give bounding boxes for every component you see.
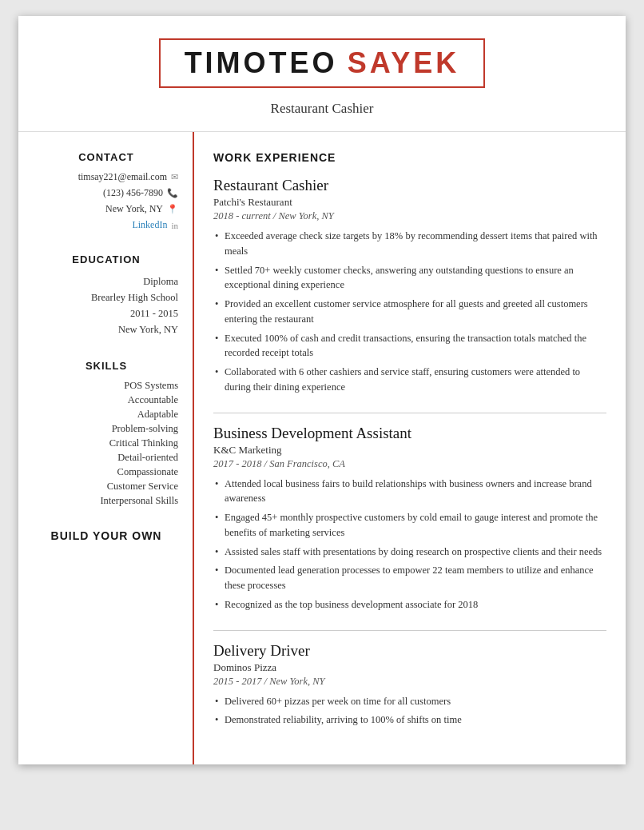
job-1-meta: 2018 - current / New York, NY xyxy=(213,210,606,222)
skills-heading: SKILLS xyxy=(34,360,178,372)
job-block-3: Delivery Driver Dominos Pizza 2015 - 201… xyxy=(213,642,606,728)
skill-item: Interpersonal Skills xyxy=(34,495,178,507)
skill-item: Problem-solving xyxy=(34,423,178,435)
bullet-item: Demonstrated reliability, arriving to 10… xyxy=(213,712,606,728)
job-3-meta: 2015 - 2017 / New York, NY xyxy=(213,676,606,688)
job-3-title: Delivery Driver xyxy=(213,642,606,660)
bullet-item: Recognized as the top business developme… xyxy=(213,597,606,613)
email-item: timsay221@email.com ✉ xyxy=(34,171,178,183)
job-block-2: Business Development Assistant K&C Marke… xyxy=(213,425,606,613)
bullet-item: Settled 70+ weekly customer checks, answ… xyxy=(213,263,606,293)
skills-section: SKILLS POS Systems Accountable Adaptable… xyxy=(34,360,178,507)
skill-item: Compassionate xyxy=(34,466,178,478)
school-name: Brearley High School xyxy=(34,289,178,305)
bullet-item: Collaborated with 6 other cashiers and s… xyxy=(213,365,606,395)
job-1-title: Restaurant Cashier xyxy=(213,177,606,194)
degree-label: Diploma xyxy=(34,273,178,289)
first-name: TIMOTEO xyxy=(185,46,338,79)
job-1-company: Patchi's Restaurant xyxy=(213,196,606,209)
linkedin-link[interactable]: LinkedIn xyxy=(132,219,167,231)
skill-item: Customer Service xyxy=(34,481,178,493)
email-icon: ✉ xyxy=(171,172,178,182)
education-details: Diploma Brearley High School 2011 - 2015… xyxy=(34,273,178,337)
body-section: CONTACT timsay221@email.com ✉ (123) 456-… xyxy=(18,131,626,764)
job-2-company: K&C Marketing xyxy=(213,444,606,457)
job-3-company: Dominos Pizza xyxy=(213,661,606,674)
header-section: TIMOTEO SAYEK Restaurant Cashier xyxy=(18,16,626,131)
bullet-item: Documented lead generation processes to … xyxy=(213,563,606,593)
sidebar: CONTACT timsay221@email.com ✉ (123) 456-… xyxy=(18,132,194,764)
linkedin-icon: in xyxy=(171,221,178,230)
job-3-bullets: Delivered 60+ pizzas per week on time fo… xyxy=(213,694,606,728)
bullet-item: Provided an excellent customer service a… xyxy=(213,297,606,327)
contact-heading: CONTACT xyxy=(34,151,178,163)
education-heading: EDUCATION xyxy=(34,253,178,265)
phone-text: (123) 456-7890 xyxy=(103,187,163,199)
location-icon: 📍 xyxy=(167,204,178,214)
job-block-1: Restaurant Cashier Patchi's Restaurant 2… xyxy=(213,177,606,395)
phone-item: (123) 456-7890 📞 xyxy=(34,187,178,199)
bullet-item: Delivered 60+ pizzas per week on time fo… xyxy=(213,694,606,709)
location-text: New York, NY xyxy=(105,203,163,215)
education-section: EDUCATION Diploma Brearley High School 2… xyxy=(34,253,178,337)
bullet-item: Engaged 45+ monthly prospective customer… xyxy=(213,510,606,541)
job-2-title: Business Development Assistant xyxy=(213,425,606,442)
work-experience-heading: WORK EXPERIENCE xyxy=(213,151,606,167)
bullet-item: Exceeded average check size targets by 1… xyxy=(213,229,606,259)
bullet-item: Executed 100% of cash and credit transac… xyxy=(213,331,606,361)
job-title-header: Restaurant Cashier xyxy=(42,101,602,117)
bullet-item: Assisted sales staff with presentations … xyxy=(213,545,606,560)
location-item: New York, NY 📍 xyxy=(34,203,178,215)
phone-icon: 📞 xyxy=(167,188,178,198)
main-content: WORK EXPERIENCE Restaurant Cashier Patch… xyxy=(194,132,626,764)
job-2-meta: 2017 - 2018 / San Francisco, CA xyxy=(213,458,606,470)
skill-item: Adaptable xyxy=(34,409,178,421)
name-box: TIMOTEO SAYEK xyxy=(159,38,486,88)
skill-item: Accountable xyxy=(34,394,178,406)
job-1-bullets: Exceeded average check size targets by 1… xyxy=(213,229,606,395)
edu-location: New York, NY xyxy=(34,321,178,337)
contact-section: CONTACT timsay221@email.com ✉ (123) 456-… xyxy=(34,151,178,231)
bullet-item: Attended local business fairs to build r… xyxy=(213,477,606,507)
build-own-section: BUILD YOUR OWN xyxy=(34,529,178,542)
email-text: timsay221@email.com xyxy=(78,171,167,183)
build-own-label: BUILD YOUR OWN xyxy=(34,529,178,542)
skill-item: Critical Thinking xyxy=(34,437,178,449)
divider-1 xyxy=(213,413,606,413)
divider-2 xyxy=(213,630,606,631)
skill-item: Detail-oriented xyxy=(34,452,178,464)
job-2-bullets: Attended local business fairs to build r… xyxy=(213,477,606,613)
skills-list: POS Systems Accountable Adaptable Proble… xyxy=(34,380,178,507)
skill-item: POS Systems xyxy=(34,380,178,392)
linkedin-item[interactable]: LinkedIn in xyxy=(34,219,178,231)
last-name: SAYEK xyxy=(348,46,460,79)
resume-document: TIMOTEO SAYEK Restaurant Cashier CONTACT… xyxy=(18,16,626,764)
edu-years: 2011 - 2015 xyxy=(34,305,178,321)
